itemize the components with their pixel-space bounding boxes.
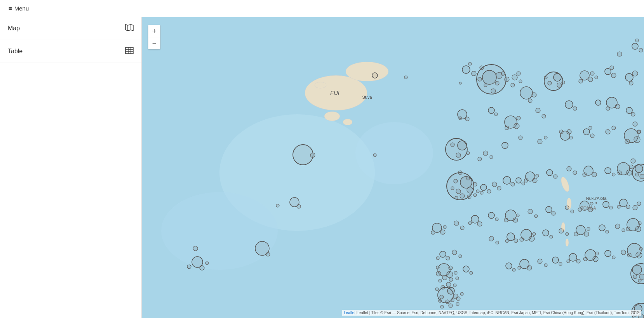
svg-point-266 [439, 299, 442, 302]
svg-point-278 [593, 256, 598, 262]
svg-point-66 [557, 83, 562, 87]
svg-point-286 [627, 253, 631, 257]
svg-point-244 [587, 227, 590, 231]
svg-point-242 [584, 232, 589, 236]
svg-point-83 [635, 39, 639, 42]
svg-point-257 [518, 266, 521, 269]
svg-point-107 [490, 156, 493, 159]
svg-point-245 [599, 225, 605, 231]
svg-point-275 [576, 259, 580, 263]
svg-point-161 [536, 174, 539, 177]
svg-point-128 [625, 139, 630, 144]
svg-point-92 [517, 116, 520, 120]
zoom-controls: + − [148, 25, 160, 49]
svg-point-202 [620, 199, 627, 207]
svg-point-141 [473, 182, 477, 186]
svg-point-150 [487, 189, 491, 193]
svg-point-41 [293, 145, 313, 165]
svg-point-69 [544, 76, 547, 79]
sidebar-map-label: Map [8, 25, 20, 32]
svg-point-220 [439, 279, 442, 282]
svg-point-177 [431, 231, 435, 234]
svg-point-42 [310, 153, 315, 157]
svg-point-129 [637, 130, 641, 134]
svg-point-151 [480, 191, 483, 194]
svg-point-211 [459, 255, 462, 258]
svg-point-272 [552, 257, 559, 263]
svg-point-281 [605, 250, 611, 257]
svg-point-31 [459, 82, 461, 84]
svg-point-253 [506, 263, 512, 269]
svg-point-258 [538, 259, 542, 264]
svg-point-13 [346, 62, 388, 81]
zoom-in-button[interactable]: + [148, 25, 160, 37]
svg-point-119 [559, 130, 563, 134]
svg-point-229 [496, 241, 499, 244]
svg-point-271 [440, 305, 444, 308]
svg-point-276 [567, 260, 570, 263]
sidebar-item-table[interactable]: Table [0, 40, 141, 63]
map-container[interactable]: FIJI Suva Nuku'Alofa TONGA [142, 17, 644, 318]
svg-point-67 [548, 81, 552, 85]
svg-point-121 [583, 129, 590, 135]
svg-point-279 [583, 257, 587, 261]
svg-point-290 [639, 274, 644, 280]
svg-point-114 [519, 136, 522, 140]
svg-point-55 [478, 77, 482, 81]
svg-point-227 [470, 271, 473, 274]
svg-point-51 [495, 81, 499, 85]
svg-point-105 [478, 157, 482, 161]
svg-point-52 [484, 84, 487, 87]
svg-point-181 [471, 215, 479, 223]
svg-point-231 [514, 239, 518, 243]
svg-point-58 [512, 75, 517, 80]
svg-point-201 [609, 206, 613, 209]
svg-point-95 [565, 101, 573, 108]
svg-point-264 [451, 299, 454, 302]
menu-button[interactable]: ≡ Menu [5, 3, 33, 14]
svg-point-199 [590, 202, 593, 205]
svg-point-157 [522, 182, 525, 185]
svg-point-164 [567, 166, 571, 171]
svg-point-100 [606, 107, 610, 110]
svg-point-267 [456, 297, 460, 301]
svg-point-122 [590, 134, 594, 138]
zoom-out-button[interactable]: − [148, 37, 160, 49]
svg-point-90 [514, 123, 519, 129]
svg-point-101 [626, 107, 632, 114]
svg-point-71 [588, 77, 593, 82]
svg-point-99 [615, 104, 620, 109]
svg-point-207 [440, 251, 446, 257]
svg-point-243 [574, 232, 578, 236]
svg-point-190 [528, 209, 533, 214]
svg-point-123 [589, 126, 592, 129]
svg-point-217 [454, 271, 457, 274]
sidebar-item-map[interactable]: Map [0, 17, 141, 40]
svg-point-228 [489, 236, 494, 241]
svg-point-15 [343, 119, 352, 125]
svg-point-216 [436, 266, 439, 269]
svg-point-172 [627, 170, 632, 175]
svg-point-180 [460, 226, 464, 230]
svg-point-237 [543, 230, 549, 236]
svg-point-45 [472, 71, 476, 76]
sidebar-table-label: Table [8, 48, 23, 55]
svg-point-185 [495, 218, 498, 221]
svg-point-209 [436, 257, 439, 260]
svg-point-289 [632, 265, 642, 274]
leaflet-link[interactable]: Leaflet [344, 311, 355, 315]
svg-point-268 [460, 292, 463, 295]
svg-point-226 [463, 266, 469, 272]
svg-point-232 [505, 239, 508, 243]
svg-point-59 [519, 80, 522, 83]
svg-point-269 [449, 304, 453, 308]
svg-text:Nuku'Alofa: Nuku'Alofa [586, 196, 607, 201]
svg-point-188 [504, 218, 508, 222]
svg-point-219 [449, 278, 453, 281]
svg-point-109 [458, 141, 467, 150]
svg-point-194 [565, 206, 569, 210]
svg-point-273 [559, 262, 562, 266]
svg-point-57 [511, 83, 515, 87]
svg-point-230 [507, 233, 515, 241]
svg-point-91 [505, 126, 509, 130]
